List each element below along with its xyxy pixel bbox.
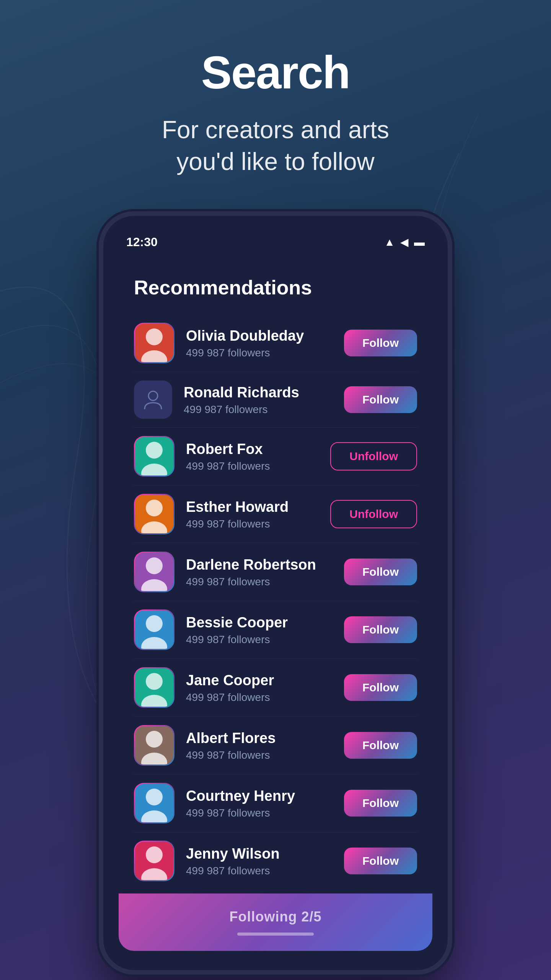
svg-point-27 (146, 731, 163, 748)
battery-icon: ▬ (414, 236, 425, 248)
home-indicator (237, 933, 314, 936)
user-followers: 499 987 followers (186, 576, 344, 588)
user-info: Robert Fox 499 987 followers (186, 441, 330, 473)
user-name: Ronald Richards (184, 384, 344, 402)
user-name: Albert Flores (186, 730, 344, 747)
user-name: Jenny Wilson (186, 845, 344, 863)
action-button-follow[interactable]: Follow (344, 559, 417, 585)
phone-frame: 12:30 ▲ ◀ ▬ Recommendations (103, 216, 448, 970)
avatar (134, 494, 174, 534)
user-info: Olivia Doubleday 499 987 followers (186, 327, 344, 359)
action-button-unfollow[interactable]: Unfollow (330, 500, 417, 528)
action-button-follow[interactable]: Follow (344, 674, 417, 701)
user-item: Jane Cooper 499 987 followers Follow (134, 659, 417, 717)
user-name: Courtney Henry (186, 787, 344, 805)
user-followers: 499 987 followers (186, 749, 344, 761)
action-button-follow[interactable]: Follow (344, 386, 417, 413)
user-info: Jenny Wilson 499 987 followers (186, 845, 344, 877)
page-subtitle: For creators and artsyou'd like to follo… (162, 114, 389, 178)
svg-point-7 (146, 442, 163, 459)
avatar (134, 667, 174, 708)
svg-point-31 (146, 789, 163, 805)
user-item: Darlene Robertson 499 987 followers Foll… (134, 543, 417, 601)
user-item: Robert Fox 499 987 followers Unfollow (134, 428, 417, 485)
user-info: Courtney Henry 499 987 followers (186, 787, 344, 820)
svg-point-35 (146, 846, 163, 863)
user-followers: 499 987 followers (186, 807, 344, 819)
user-info: Jane Cooper 499 987 followers (186, 672, 344, 704)
user-item: Ronald Richards 499 987 followers Follow (134, 372, 417, 428)
wifi-icon: ▲ (384, 236, 395, 248)
user-item: Bessie Cooper 499 987 followers Follow (134, 601, 417, 659)
avatar (134, 381, 172, 419)
user-info: Esther Howard 499 987 followers (186, 498, 330, 531)
user-followers: 499 987 followers (186, 347, 344, 359)
user-item: Courtney Henry 499 987 followers Follow (134, 774, 417, 832)
following-count: Following 2/5 (134, 909, 417, 925)
user-name: Esther Howard (186, 498, 330, 516)
bottom-bar[interactable]: Following 2/5 (119, 893, 432, 951)
user-name: Jane Cooper (186, 672, 344, 689)
action-button-follow[interactable]: Follow (344, 790, 417, 817)
section-title: Recommendations (134, 276, 417, 299)
user-info: Albert Flores 499 987 followers (186, 730, 344, 762)
user-name: Darlene Robertson (186, 556, 344, 574)
user-info: Darlene Robertson 499 987 followers (186, 556, 344, 588)
phone-content: Recommendations Olivi (119, 261, 432, 951)
svg-point-11 (146, 500, 163, 516)
avatar (134, 552, 174, 592)
avatar (134, 609, 174, 650)
svg-point-23 (146, 673, 163, 690)
action-button-follow[interactable]: Follow (344, 732, 417, 759)
user-item: Albert Flores 499 987 followers Follow (134, 717, 417, 774)
avatar (134, 783, 174, 823)
signal-icon: ◀ (400, 236, 409, 248)
action-button-unfollow[interactable]: Unfollow (330, 442, 417, 470)
user-followers: 499 987 followers (184, 403, 344, 416)
user-followers: 499 987 followers (186, 634, 344, 646)
user-item: Olivia Doubleday 499 987 followers Follo… (134, 314, 417, 372)
user-list: Olivia Doubleday 499 987 followers Follo… (134, 314, 417, 890)
avatar (134, 323, 174, 363)
svg-point-19 (146, 615, 163, 632)
user-name: Bessie Cooper (186, 614, 344, 632)
user-name: Olivia Doubleday (186, 327, 344, 345)
svg-point-15 (146, 557, 163, 574)
action-button-follow[interactable]: Follow (344, 848, 417, 874)
svg-point-4 (148, 391, 158, 400)
action-button-follow[interactable]: Follow (344, 616, 417, 643)
user-info: Ronald Richards 499 987 followers (184, 384, 344, 416)
user-followers: 499 987 followers (186, 865, 344, 877)
avatar (134, 436, 174, 477)
user-followers: 499 987 followers (186, 460, 330, 472)
user-followers: 499 987 followers (186, 518, 330, 530)
svg-point-2 (146, 328, 163, 345)
avatar (134, 841, 174, 881)
status-icons: ▲ ◀ ▬ (384, 236, 425, 248)
user-name: Robert Fox (186, 441, 330, 458)
status-bar: 12:30 ▲ ◀ ▬ (119, 235, 432, 261)
action-button-follow[interactable]: Follow (344, 330, 417, 356)
user-item: Esther Howard 499 987 followers Unfollow (134, 485, 417, 543)
user-info: Bessie Cooper 499 987 followers (186, 614, 344, 646)
user-followers: 499 987 followers (186, 691, 344, 704)
status-time: 12:30 (126, 235, 158, 249)
page-title: Search (201, 46, 350, 99)
user-item: Jenny Wilson 499 987 followers Follow (134, 832, 417, 890)
avatar (134, 725, 174, 766)
